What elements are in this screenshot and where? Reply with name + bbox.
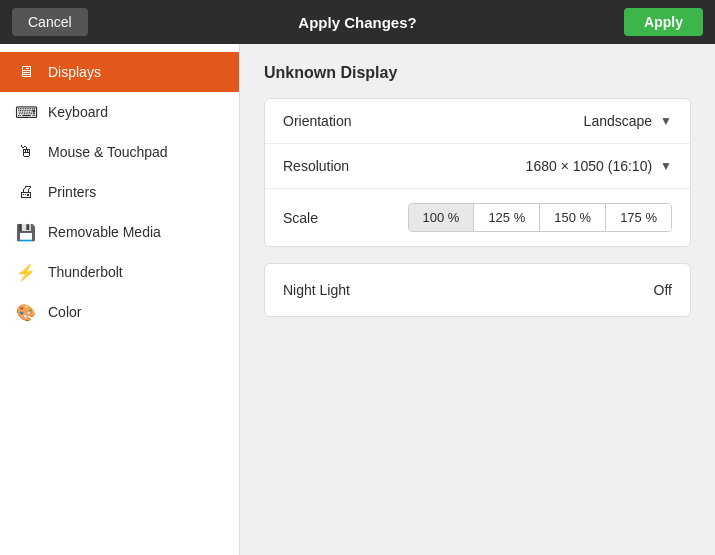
scale-buttons: 100 %125 %150 %175 % xyxy=(408,203,673,232)
sidebar-label-mouse-touchpad: Mouse & Touchpad xyxy=(48,144,168,160)
night-light-row[interactable]: Night Light Off xyxy=(265,264,690,316)
night-light-value: Off xyxy=(654,282,672,298)
sidebar-label-removable-media: Removable Media xyxy=(48,224,161,240)
sidebar-item-thunderbolt[interactable]: ⚡Thunderbolt xyxy=(0,252,239,292)
scale-btn-150pct[interactable]: 150 % xyxy=(540,204,606,231)
sidebar-item-color[interactable]: 🎨Color xyxy=(0,292,239,332)
night-light-card: Night Light Off xyxy=(264,263,691,317)
sidebar-label-printers: Printers xyxy=(48,184,96,200)
resolution-value: 1680 × 1050 (16:10) xyxy=(526,158,653,174)
thunderbolt-icon: ⚡ xyxy=(16,262,36,282)
removable-media-icon: 💾 xyxy=(16,222,36,242)
sidebar-item-printers[interactable]: 🖨Printers xyxy=(0,172,239,212)
resolution-value-container[interactable]: 1680 × 1050 (16:10) ▼ xyxy=(526,158,672,174)
resolution-row: Resolution 1680 × 1050 (16:10) ▼ xyxy=(265,144,690,189)
orientation-row: Orientation Landscape ▼ xyxy=(265,99,690,144)
sidebar-label-keyboard: Keyboard xyxy=(48,104,108,120)
scale-btn-100pct[interactable]: 100 % xyxy=(409,204,475,231)
scale-btn-125pct[interactable]: 125 % xyxy=(474,204,540,231)
sidebar-item-keyboard[interactable]: ⌨Keyboard xyxy=(0,92,239,132)
sidebar-item-removable-media[interactable]: 💾Removable Media xyxy=(0,212,239,252)
orientation-dropdown-icon: ▼ xyxy=(660,114,672,128)
resolution-dropdown-icon: ▼ xyxy=(660,159,672,173)
orientation-value: Landscape xyxy=(584,113,653,129)
sidebar-label-thunderbolt: Thunderbolt xyxy=(48,264,123,280)
sidebar-item-mouse-touchpad[interactable]: 🖱Mouse & Touchpad xyxy=(0,132,239,172)
keyboard-icon: ⌨ xyxy=(16,102,36,122)
sidebar-label-displays: Displays xyxy=(48,64,101,80)
main-layout: 🖥Displays⌨Keyboard🖱Mouse & Touchpad🖨Prin… xyxy=(0,44,715,555)
mouse-touchpad-icon: 🖱 xyxy=(16,142,36,162)
cancel-button[interactable]: Cancel xyxy=(12,8,88,36)
display-settings-card: Orientation Landscape ▼ Resolution 1680 … xyxy=(264,98,691,247)
topbar: Cancel Apply Changes? Apply xyxy=(0,0,715,44)
orientation-label: Orientation xyxy=(283,113,584,129)
resolution-label: Resolution xyxy=(283,158,526,174)
color-icon: 🎨 xyxy=(16,302,36,322)
scale-label: Scale xyxy=(283,210,408,226)
printers-icon: 🖨 xyxy=(16,182,36,202)
scale-btn-175pct[interactable]: 175 % xyxy=(606,204,671,231)
topbar-title: Apply Changes? xyxy=(298,14,416,31)
sidebar: 🖥Displays⌨Keyboard🖱Mouse & Touchpad🖨Prin… xyxy=(0,44,240,555)
apply-button[interactable]: Apply xyxy=(624,8,703,36)
night-light-label: Night Light xyxy=(283,282,654,298)
scale-row: Scale 100 %125 %150 %175 % xyxy=(265,189,690,246)
sidebar-item-displays[interactable]: 🖥Displays xyxy=(0,52,239,92)
sidebar-label-color: Color xyxy=(48,304,81,320)
displays-icon: 🖥 xyxy=(16,62,36,82)
display-title: Unknown Display xyxy=(264,64,691,82)
content-area: Unknown Display Orientation Landscape ▼ … xyxy=(240,44,715,555)
orientation-value-container[interactable]: Landscape ▼ xyxy=(584,113,672,129)
